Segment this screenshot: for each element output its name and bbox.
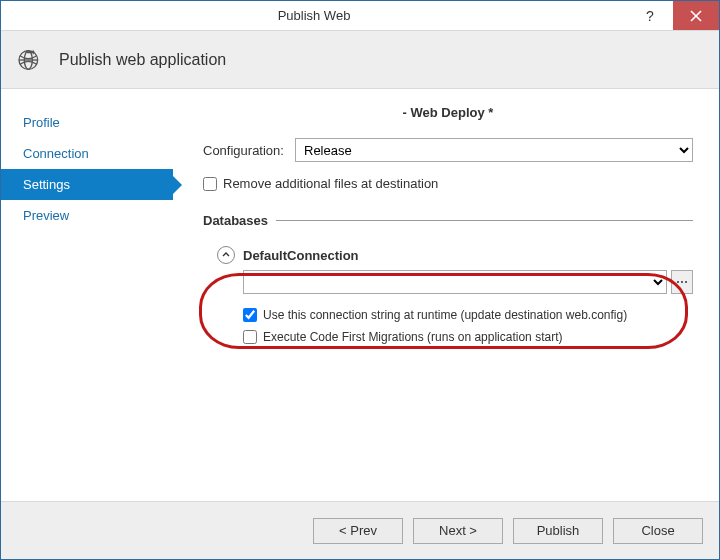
connection-string-row <box>243 270 693 294</box>
database-block: DefaultConnection Use this connection st… <box>203 246 693 344</box>
remove-files-row: Remove additional files at destination <box>203 176 693 191</box>
dialog-header: Publish web application <box>1 31 719 89</box>
use-runtime-row: Use this connection string at runtime (u… <box>243 308 693 322</box>
expand-toggle[interactable] <box>217 246 235 264</box>
dialog-title: Publish web application <box>59 51 226 69</box>
publish-button[interactable]: Publish <box>513 518 603 544</box>
configuration-select[interactable]: Release <box>295 138 693 162</box>
databases-heading: Databases <box>203 213 693 228</box>
nav-item-profile[interactable]: Profile <box>1 107 173 138</box>
configuration-row: Configuration: Release <box>203 138 693 162</box>
use-runtime-checkbox[interactable] <box>243 308 257 322</box>
window-title: Publish Web <box>1 8 627 23</box>
next-button[interactable]: Next > <box>413 518 503 544</box>
ellipsis-icon <box>676 276 688 288</box>
divider <box>276 220 693 221</box>
db-connection-name: DefaultConnection <box>243 248 359 263</box>
prev-button[interactable]: < Prev <box>313 518 403 544</box>
settings-panel: - Web Deploy * Configuration: Release Re… <box>173 89 719 501</box>
nav-item-settings[interactable]: Settings <box>1 169 173 200</box>
close-button[interactable]: Close <box>613 518 703 544</box>
publish-method-title: - Web Deploy * <box>203 105 693 120</box>
close-icon <box>690 10 702 22</box>
connection-builder-button[interactable] <box>671 270 693 294</box>
publish-web-dialog: Publish Web ? Publish web application Pr <box>0 0 720 560</box>
titlebar: Publish Web ? <box>1 1 719 31</box>
nav-item-connection[interactable]: Connection <box>1 138 173 169</box>
close-window-button[interactable] <box>673 1 719 30</box>
svg-point-7 <box>685 281 687 283</box>
migrations-checkbox[interactable] <box>243 330 257 344</box>
remove-files-checkbox[interactable] <box>203 177 217 191</box>
dialog-body: Profile Connection Settings Preview - We… <box>1 89 719 501</box>
svg-point-6 <box>681 281 683 283</box>
window-buttons: ? <box>627 1 719 30</box>
migrations-label: Execute Code First Migrations (runs on a… <box>263 330 562 344</box>
db-connection-header: DefaultConnection <box>217 246 693 264</box>
use-runtime-label: Use this connection string at runtime (u… <box>263 308 627 322</box>
globe-publish-icon <box>15 44 47 76</box>
svg-point-5 <box>677 281 679 283</box>
wizard-sidebar: Profile Connection Settings Preview <box>1 89 173 501</box>
configuration-label: Configuration: <box>203 143 289 158</box>
nav-item-preview[interactable]: Preview <box>1 200 173 231</box>
chevron-up-icon <box>222 251 230 259</box>
help-button[interactable]: ? <box>627 1 673 30</box>
connection-string-select[interactable] <box>243 270 667 294</box>
remove-files-label: Remove additional files at destination <box>223 176 438 191</box>
dialog-footer: < Prev Next > Publish Close <box>1 501 719 559</box>
migrations-row: Execute Code First Migrations (runs on a… <box>243 330 693 344</box>
